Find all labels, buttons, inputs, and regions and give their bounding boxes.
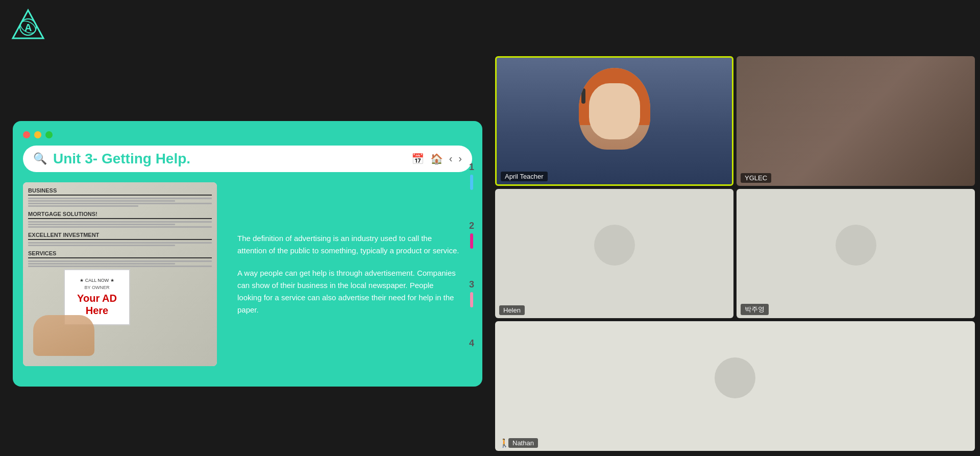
call-now-label: ★ CALL NOW ★ — [80, 278, 114, 283]
your-ad-text: Your AD Here — [65, 292, 129, 317]
nathan-label: Nathan — [508, 438, 538, 448]
april-avatar — [579, 68, 650, 150]
slide-header: 🔍 Unit 3- Getting Help. 📅 🏠 ‹ › — [23, 146, 472, 172]
newspaper-line — [28, 203, 212, 204]
page-indicator-1 — [470, 175, 473, 190]
muted-icon: 🚶 — [499, 438, 509, 448]
newspaper-section-services: SERVICES — [28, 250, 212, 258]
page-indicator-2 — [470, 233, 473, 249]
page-2-indicator: 2 — [469, 221, 474, 249]
newspaper-line — [28, 263, 175, 265]
newspaper-line — [28, 226, 212, 228]
newspaper-image: BUSINESS MORTGAGE SOLUTIONS! EXCELLENT I… — [23, 182, 217, 366]
app-logo: A E — [10, 8, 46, 43]
helen-label: Helen — [499, 305, 525, 315]
newspaper-section-investment: EXCELLENT INVESTMENT — [28, 232, 212, 240]
page-number-2[interactable]: 2 — [469, 221, 474, 231]
slide-container: 🔍 Unit 3- Getting Help. 📅 🏠 ‹ › BUSINESS — [0, 51, 490, 456]
slide-body: BUSINESS MORTGAGE SOLUTIONS! EXCELLENT I… — [23, 182, 472, 366]
page-number-4[interactable]: 4 — [469, 338, 474, 349]
presentation-slide: 🔍 Unit 3- Getting Help. 📅 🏠 ‹ › BUSINESS — [13, 121, 482, 387]
park-label: 박주영 — [741, 304, 769, 315]
april-face — [589, 83, 640, 139]
newspaper-background: BUSINESS MORTGAGE SOLUTIONS! EXCELLENT I… — [23, 182, 217, 366]
hand-graphic — [33, 315, 94, 356]
main-content: 🔍 Unit 3- Getting Help. 📅 🏠 ‹ › BUSINESS — [0, 51, 980, 456]
slide-title: Unit 3- Getting Help. — [53, 151, 411, 167]
newspaper-line — [28, 260, 212, 262]
video-grid: April Teacher YGLEC Helen 박주영 🚶 Nathan — [490, 51, 980, 456]
newspaper-line — [28, 205, 138, 207]
helen-avatar-placeholder — [594, 225, 635, 266]
dot-yellow — [34, 131, 41, 138]
slide-paragraph-1: The definition of advertising is an indu… — [237, 232, 460, 257]
newspaper-line — [28, 266, 212, 267]
video-tile-park[interactable]: 박주영 — [737, 189, 975, 319]
yglec-label: YGLEC — [741, 173, 771, 183]
forward-icon[interactable]: › — [458, 153, 462, 164]
newspaper-line — [28, 242, 212, 244]
park-avatar-placeholder — [836, 225, 876, 266]
page-3-indicator: 3 — [469, 279, 474, 307]
browser-chrome-dots — [23, 131, 472, 138]
video-tile-april[interactable]: April Teacher — [495, 56, 733, 186]
video-tile-yglec[interactable]: YGLEC — [737, 56, 975, 186]
newspaper-line — [28, 224, 175, 225]
calendar-icon[interactable]: 📅 — [411, 153, 424, 165]
newspaper-section-business: BUSINESS — [28, 187, 212, 196]
dot-green — [45, 131, 53, 138]
slide-text-content: The definition of advertising is an indu… — [225, 182, 472, 366]
page-1-indicator: 1 — [469, 162, 474, 190]
page-sidebar: 1 2 3 4 — [469, 162, 474, 349]
page-number-3[interactable]: 3 — [469, 279, 474, 290]
april-label: April Teacher — [501, 172, 548, 181]
page-number-1[interactable]: 1 — [469, 162, 474, 173]
home-icon[interactable]: 🏠 — [430, 153, 443, 165]
newspaper-line — [28, 221, 212, 223]
newspaper-line — [28, 198, 212, 199]
page-indicator-3 — [470, 292, 473, 307]
top-bar: A E — [0, 0, 980, 51]
video-tile-helen[interactable]: Helen — [495, 189, 733, 319]
by-owner-label: BY OWNER — [85, 285, 110, 290]
search-icon: 🔍 — [33, 152, 47, 165]
video-tile-nathan[interactable]: 🚶 Nathan — [495, 321, 975, 451]
nathan-avatar-placeholder — [715, 357, 755, 398]
newspaper-section-mortgage: MORTGAGE SOLUTIONS! — [28, 211, 212, 219]
back-icon[interactable]: ‹ — [449, 153, 453, 164]
newspaper-line — [28, 200, 175, 202]
newspaper-line — [28, 245, 175, 246]
page-4-indicator: 4 — [469, 338, 474, 349]
slide-paragraph-2: A way people can get help is through adv… — [237, 267, 460, 316]
yglec-video — [737, 56, 975, 186]
dot-red — [23, 131, 30, 138]
april-headset — [581, 88, 585, 104]
slide-header-icons: 📅 🏠 ‹ › — [411, 153, 462, 165]
